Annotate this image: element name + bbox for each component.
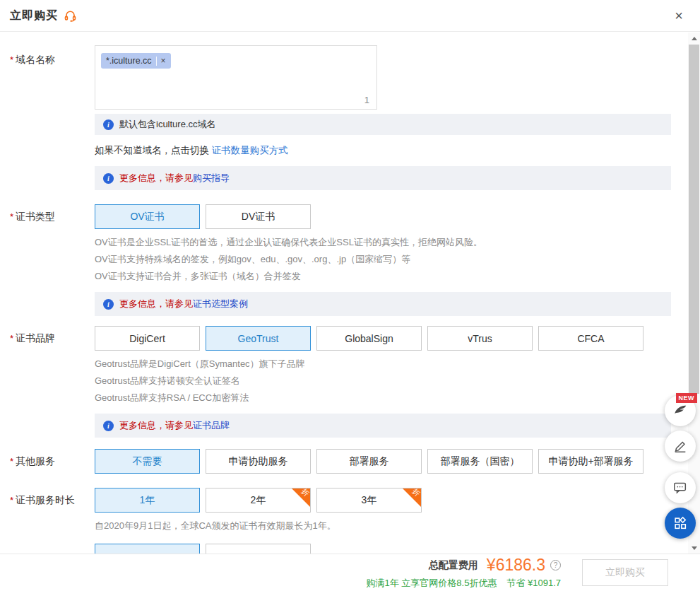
service-option-deploy[interactable]: 部署服务 xyxy=(316,449,422,474)
tag-divider xyxy=(156,57,157,66)
domain-banner-text: 默认包含iculture.cc域名 xyxy=(119,118,216,131)
scrollbar-thumb[interactable] xyxy=(689,45,699,394)
brand-descriptions: Geotrust品牌是DigiCert（原Symantec）旗下子品牌 Geot… xyxy=(95,356,671,406)
chat-support-button[interactable] xyxy=(665,472,696,503)
duration-row: *证书服务时长 1年 2年 折 3年 折 自2020年9月1日起 xyxy=(10,488,671,554)
clipped-option-row xyxy=(95,544,671,554)
info-icon: i xyxy=(103,299,114,310)
required-asterisk: * xyxy=(10,495,13,505)
cert-type-descriptions: OV证书是企业SSL证书的首选，通过企业认证确保代表企业SSL证书的真实性，拒绝… xyxy=(95,234,671,285)
price-help-icon[interactable]: ? xyxy=(550,560,561,570)
total-fee-label: 总配置费用 xyxy=(429,559,478,572)
domain-tag-text: *.iculture.cc xyxy=(106,56,152,66)
form-scroll-area: *域名名称 *.iculture.cc × 1 i 默认包含iculture.c… xyxy=(0,33,688,554)
brand-option-vtrus[interactable]: vTrus xyxy=(427,326,533,351)
brand-label: *证书品牌 xyxy=(10,326,95,438)
duration-note: 自2020年9月1日起，全球CA颁发的证书有效期最长为1年。 xyxy=(95,520,671,532)
total-price: ¥6186.3 xyxy=(487,556,545,575)
desc-line: OV证书是企业SSL证书的首选，通过企业认证确保代表企业SSL证书的真实性，拒绝… xyxy=(95,234,671,251)
remove-tag-icon[interactable]: × xyxy=(161,57,166,65)
buy-now-dialog: 立即购买 × *域名名称 *.iculture.cc xyxy=(0,0,700,591)
service-option-assist-deploy[interactable]: 申请协助+部署服务 xyxy=(538,449,643,474)
brand-row: *证书品牌 DigiCert GeoTrust GlobalSign vTrus… xyxy=(10,326,671,438)
pencil-icon xyxy=(672,438,688,454)
discount-text: 购满1年 立享官网价格8.5折优惠 xyxy=(366,578,497,588)
headset-support-icon[interactable] xyxy=(64,9,77,23)
discount-info: 购满1年 立享官网价格8.5折优惠节省 ¥1091.7 xyxy=(366,577,561,590)
domain-tag: *.iculture.cc × xyxy=(101,53,171,69)
switch-mode-link[interactable]: 证书数量购买方式 xyxy=(212,145,288,156)
switch-mode-row: 如果不知道域名，点击切换 证书数量购买方式 xyxy=(95,144,671,157)
desc-line: Geotrust品牌支持RSA / ECC加密算法 xyxy=(95,390,671,406)
domain-name-label: *域名名称 xyxy=(10,45,95,190)
more-info-text: 更多信息，请参见 xyxy=(119,298,193,310)
cert-type-row: *证书类型 OV证书 DV证书 OV证书是企业SSL证书的首选，通过企业认证确保… xyxy=(10,204,671,316)
cert-selection-link[interactable]: 证书选型案例 xyxy=(193,298,248,310)
domain-count: 1 xyxy=(364,95,369,105)
scroll-up-arrow[interactable] xyxy=(688,33,700,44)
domain-info-banner: i 默认包含iculture.cc域名 xyxy=(95,114,671,135)
brand-option-digicert[interactable]: DigiCert xyxy=(95,326,200,351)
more-info-text: 更多信息，请参见 xyxy=(119,419,193,432)
chat-icon xyxy=(672,480,688,496)
duration-option-2y[interactable]: 2年 折 xyxy=(206,488,311,513)
new-badge: NEW xyxy=(676,393,698,403)
duration-option-3y[interactable]: 3年 折 xyxy=(316,488,422,513)
cert-type-option-ov[interactable]: OV证书 xyxy=(95,204,200,229)
buy-guide-banner: i 更多信息，请参见购买指导 xyxy=(95,166,671,190)
domain-name-row: *域名名称 *.iculture.cc × 1 i 默认包含iculture.c… xyxy=(10,45,671,190)
service-option-deploy-gm[interactable]: 部署服务（国密） xyxy=(427,449,533,474)
brand-info-banner: i 更多信息，请参见证书品牌 xyxy=(95,414,671,438)
app-menu-button[interactable] xyxy=(665,508,696,539)
brand-option-geotrust[interactable]: GeoTrust xyxy=(206,326,311,351)
service-option-apply-assist[interactable]: 申请协助服务 xyxy=(206,449,311,474)
clipped-option-button[interactable] xyxy=(95,544,200,554)
info-icon: i xyxy=(103,119,114,130)
app-grid-icon xyxy=(672,515,688,531)
price-summary: 总配置费用 ¥6186.3 ? 购满1年 立享官网价格8.5折优惠节省 ¥109… xyxy=(366,556,561,590)
required-asterisk: * xyxy=(10,333,13,344)
cert-selection-banner: i 更多信息，请参见证书选型案例 xyxy=(95,292,671,316)
savings-text: 节省 ¥1091.7 xyxy=(506,578,561,588)
services-label: *其他服务 xyxy=(10,449,95,474)
cert-type-label: *证书类型 xyxy=(10,204,95,316)
domain-input[interactable]: *.iculture.cc × 1 xyxy=(95,45,377,110)
scroll-down-arrow[interactable] xyxy=(688,542,700,554)
footer-bar: 总配置费用 ¥6186.3 ? 购满1年 立享官网价格8.5折优惠节省 ¥109… xyxy=(0,554,700,591)
clipped-option-button[interactable] xyxy=(206,544,311,554)
service-option-none[interactable]: 不需要 xyxy=(95,449,200,474)
brand-link[interactable]: 证书品牌 xyxy=(193,419,230,432)
buy-guide-link[interactable]: 购买指导 xyxy=(193,172,230,185)
wing-icon xyxy=(672,403,688,419)
required-asterisk: * xyxy=(10,456,13,467)
desc-line: OV证书支持特殊域名的签发，例如gov、edu、.gov、.org、.jp（国家… xyxy=(95,251,671,268)
switch-text: 如果不知道域名，点击切换 xyxy=(95,145,212,156)
duration-label: *证书服务时长 xyxy=(10,488,95,554)
dialog-header: 立即购买 × xyxy=(0,0,700,32)
desc-line: Geotrust品牌是DigiCert（原Symantec）旗下子品牌 xyxy=(95,356,671,373)
brand-option-cfca[interactable]: CFCA xyxy=(538,326,643,351)
desc-line: Geotrust品牌支持诺顿安全认证签名 xyxy=(95,373,671,390)
more-info-text: 更多信息，请参见 xyxy=(119,172,193,185)
feedback-edit-button[interactable] xyxy=(665,431,696,462)
info-icon: i xyxy=(103,173,114,184)
required-asterisk: * xyxy=(10,54,13,65)
page-title: 立即购买 xyxy=(10,8,58,23)
info-icon: i xyxy=(103,421,114,431)
services-row: *其他服务 不需要 申请协助服务 部署服务 部署服务（国密） 申请协助+部署服务 xyxy=(10,449,671,474)
duration-option-1y[interactable]: 1年 xyxy=(95,488,200,513)
desc-line: OV证书支持证书合并，多张证书（域名）合并签发 xyxy=(95,268,671,285)
required-asterisk: * xyxy=(10,211,13,222)
brand-option-globalsign[interactable]: GlobalSign xyxy=(316,326,422,351)
buy-now-button[interactable]: 立即购买 xyxy=(582,559,668,586)
close-icon[interactable]: × xyxy=(670,7,687,24)
cert-type-option-dv[interactable]: DV证书 xyxy=(206,204,311,229)
